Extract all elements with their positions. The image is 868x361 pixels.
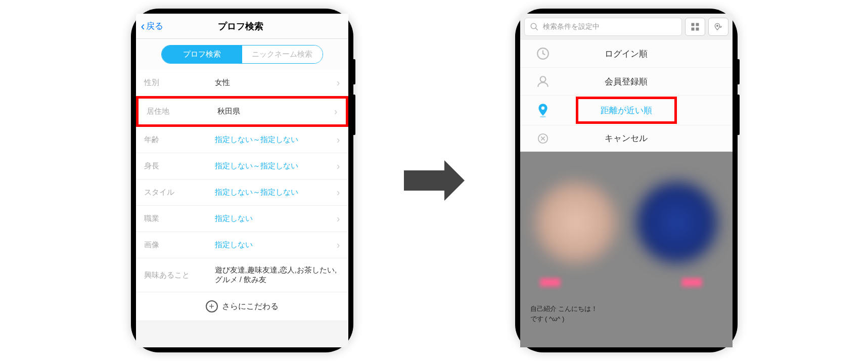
filter-value: 指定しない～指定しない [215, 135, 337, 145]
segment-container: プロフ検索 ニックネーム検索 [136, 39, 348, 70]
filter-value: 女性 [215, 78, 337, 87]
chevron-right-icon: › [337, 187, 340, 198]
segment-control: プロフ検索 ニックネーム検索 [161, 45, 323, 64]
blurred-results-area: ████ ████ 自己紹介 こんにちは！ です ( ^ω^ ) [520, 152, 733, 347]
chevron-right-icon: › [337, 239, 340, 251]
filter-label: 性別 [144, 78, 215, 87]
more-filters-button[interactable]: + さらにこだわる [136, 292, 348, 321]
svg-rect-2 [691, 23, 694, 26]
phone-screen-left: ‹ 戻る プロフ検索 プロフ検索 ニックネーム検索 性別 女性 › 居住地 秋田… [136, 14, 348, 347]
sort-label: ログイン順 [530, 48, 722, 60]
chevron-right-icon: › [337, 160, 340, 172]
filter-row-location[interactable]: 居住地 秋田県 › [136, 96, 348, 127]
chevron-right-icon: › [334, 106, 338, 117]
sort-option-distance[interactable]: 距離が近い順 [520, 96, 733, 125]
plus-circle-icon: + [206, 300, 218, 312]
filter-value: 指定しない [215, 240, 337, 250]
filter-label: 年齢 [144, 135, 215, 145]
arrow-right-icon [404, 160, 465, 201]
sort-label: 会員登録順 [530, 76, 722, 87]
filter-row-age[interactable]: 年齢 指定しない～指定しない › [136, 127, 348, 153]
tab-nickname-search[interactable]: ニックネーム検索 [242, 46, 323, 63]
more-filters-label: さらにこだわる [222, 301, 279, 312]
svg-point-0 [531, 23, 536, 29]
tab-profile-search[interactable]: プロフ検索 [162, 46, 242, 63]
filter-row-height[interactable]: 身長 指定しない～指定しない › [136, 153, 348, 179]
svg-rect-4 [691, 28, 694, 31]
pin-dropdown-icon [714, 22, 722, 31]
phone-frame-left: ‹ 戻る プロフ検索 プロフ検索 ニックネーム検索 性別 女性 › 居住地 秋田… [131, 9, 353, 352]
chevron-right-icon: › [337, 77, 340, 88]
sort-option-cancel[interactable]: キャンセル [520, 125, 733, 152]
profile-intro-text: 自己紹介 こんにちは！ です ( ^ω^ ) [530, 304, 598, 324]
blurred-avatar [636, 182, 717, 263]
filter-label: 興味あること [144, 270, 215, 280]
phone-screen-right: 検索条件を設定中 [520, 14, 733, 347]
grid-icon [691, 22, 700, 31]
phone-side-button [353, 95, 355, 135]
filter-label: 職業 [144, 214, 215, 223]
svg-point-6 [716, 25, 718, 27]
search-bar-area: 検索条件を設定中 [520, 14, 733, 40]
filter-row-gender[interactable]: 性別 女性 › [136, 70, 348, 96]
filter-row-style[interactable]: スタイル 指定しない～指定しない › [136, 179, 348, 206]
grid-view-button[interactable] [685, 18, 705, 36]
nav-header: ‹ 戻る プロフ検索 [136, 14, 348, 39]
filter-label: スタイル [144, 188, 215, 197]
blurred-username: ████ [540, 278, 561, 286]
filter-value: 指定しない～指定しない [215, 161, 337, 171]
filter-value: 指定しない [215, 214, 337, 223]
phone-side-button [738, 95, 740, 135]
phone-frame-right: 検索条件を設定中 [515, 9, 738, 352]
filter-label: 画像 [144, 240, 215, 250]
filter-value: 指定しない～指定しない [215, 188, 337, 197]
location-filter-button[interactable] [708, 18, 728, 36]
blurred-avatar [535, 182, 616, 263]
filter-row-occupation[interactable]: 職業 指定しない › [136, 206, 348, 232]
blurred-username: ████ [682, 278, 702, 286]
svg-point-10 [539, 116, 546, 117]
search-icon [530, 22, 539, 31]
filter-row-image[interactable]: 画像 指定しない › [136, 232, 348, 258]
filter-label: 居住地 [147, 107, 217, 116]
svg-rect-3 [696, 23, 699, 26]
search-filter-list: 性別 女性 › 居住地 秋田県 › 年齢 指定しない～指定しない › 身長 指定… [136, 70, 348, 321]
filter-value: 遊び友達,趣味友達,恋人,お茶したい,グルメ / 飲み友 [215, 265, 340, 285]
page-title: プロフ検索 [138, 20, 343, 32]
filter-value: 秋田県 [217, 107, 334, 116]
svg-line-1 [535, 28, 538, 30]
sort-option-register[interactable]: 会員登録順 [520, 68, 733, 96]
sort-menu: ログイン順 会員登録順 距離が近い順 [520, 40, 733, 152]
search-input[interactable]: 検索条件を設定中 [524, 18, 682, 36]
phone-side-button [738, 59, 740, 84]
chevron-right-icon: › [337, 134, 340, 146]
filter-row-interests[interactable]: 興味あること 遊び友達,趣味友達,恋人,お茶したい,グルメ / 飲み友 [136, 258, 348, 292]
search-placeholder: 検索条件を設定中 [543, 22, 600, 31]
svg-rect-5 [696, 28, 699, 31]
phone-side-button [353, 59, 355, 84]
sort-option-login[interactable]: ログイン順 [520, 40, 733, 68]
filter-label: 身長 [144, 161, 215, 171]
chevron-right-icon: › [337, 213, 340, 224]
sort-label: キャンセル [530, 132, 722, 144]
sort-label: 距離が近い順 [530, 105, 722, 116]
